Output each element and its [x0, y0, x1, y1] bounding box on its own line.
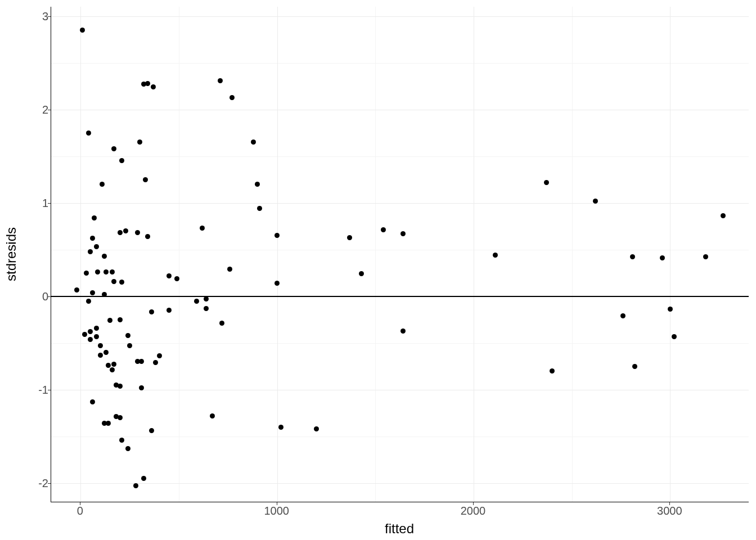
x-tick-mark	[80, 502, 80, 505]
data-point	[92, 215, 97, 220]
data-point	[119, 438, 124, 443]
data-point	[620, 313, 626, 318]
data-point	[123, 228, 128, 233]
data-point	[100, 182, 105, 187]
data-point	[118, 415, 123, 420]
grid-major-horizontal	[51, 16, 749, 17]
data-point	[544, 180, 549, 185]
grid-minor-horizontal	[51, 250, 749, 250]
x-tick-label: 3000	[657, 505, 682, 518]
y-tick-label: -2	[3, 476, 48, 489]
data-point	[174, 276, 179, 281]
data-point	[84, 271, 89, 276]
data-point	[200, 226, 205, 231]
reference-line-zero	[51, 296, 749, 297]
data-point	[381, 227, 386, 232]
data-point	[721, 213, 726, 218]
data-point	[204, 296, 209, 302]
data-point	[86, 299, 91, 304]
data-point	[359, 271, 364, 276]
data-point	[630, 254, 635, 259]
data-point	[151, 84, 156, 89]
data-point	[493, 253, 498, 258]
data-point	[88, 249, 93, 254]
grid-major-horizontal	[51, 483, 749, 484]
data-point	[149, 428, 154, 433]
data-point	[210, 413, 215, 418]
data-point	[166, 308, 172, 313]
data-point	[94, 244, 99, 249]
grid-major-vertical	[474, 7, 474, 502]
grid-major-horizontal	[51, 390, 749, 390]
data-point	[257, 206, 262, 211]
data-point	[550, 368, 555, 374]
data-point	[632, 364, 637, 369]
data-point	[90, 236, 95, 241]
data-point	[400, 231, 406, 236]
data-point	[111, 362, 116, 367]
data-point	[118, 317, 123, 322]
grid-minor-horizontal	[51, 436, 749, 437]
data-point	[347, 235, 352, 240]
data-point	[110, 269, 115, 274]
y-tick-mark	[48, 483, 51, 484]
grid-minor-horizontal	[51, 343, 749, 344]
data-point	[135, 230, 140, 235]
data-point	[703, 254, 708, 259]
data-point	[111, 146, 116, 151]
y-tick-mark	[48, 16, 51, 17]
data-point	[145, 81, 150, 86]
data-point	[118, 230, 123, 235]
data-point	[88, 329, 93, 334]
data-point	[255, 182, 260, 187]
data-point	[219, 321, 224, 326]
data-point	[230, 95, 235, 100]
data-point	[118, 384, 123, 389]
data-point	[94, 326, 99, 331]
grid-minor-horizontal	[51, 63, 749, 64]
y-tick-label: 1	[3, 196, 48, 209]
grid-major-vertical	[80, 7, 81, 502]
x-tick-mark	[277, 502, 277, 505]
data-point	[104, 350, 109, 355]
data-point	[111, 279, 116, 284]
y-tick-mark	[48, 390, 51, 390]
data-point	[125, 446, 130, 451]
data-point	[274, 281, 280, 286]
data-point	[74, 287, 79, 292]
data-point	[227, 267, 232, 272]
data-point	[106, 421, 111, 426]
data-point	[86, 130, 91, 136]
data-point	[94, 334, 99, 339]
data-point	[119, 280, 124, 285]
data-point	[133, 483, 138, 488]
plot-area	[51, 7, 749, 502]
data-point	[137, 140, 142, 145]
data-point	[104, 269, 109, 274]
data-point	[110, 367, 115, 372]
data-point	[153, 360, 158, 365]
data-point	[593, 199, 598, 204]
x-tick-mark	[669, 502, 670, 505]
data-point	[278, 425, 284, 430]
grid-major-horizontal	[51, 110, 749, 110]
grid-minor-vertical	[179, 7, 179, 502]
data-point	[194, 299, 199, 304]
data-point	[80, 28, 85, 33]
data-point	[139, 359, 144, 364]
data-point	[274, 233, 280, 238]
data-point	[660, 255, 665, 260]
y-tick-mark	[48, 203, 51, 204]
y-tick-label: -1	[3, 383, 48, 396]
residual-scatter-chart: stdresids fitted 0100020003000-2-10123	[0, 0, 756, 540]
data-point	[102, 292, 107, 297]
data-point	[102, 254, 107, 259]
x-tick-label: 0	[77, 505, 83, 518]
data-point	[95, 269, 100, 274]
data-point	[204, 306, 209, 311]
data-point	[668, 307, 673, 312]
data-point	[251, 140, 256, 145]
data-point	[314, 426, 319, 431]
grid-minor-horizontal	[51, 156, 749, 157]
y-tick-label: 0	[3, 290, 48, 303]
